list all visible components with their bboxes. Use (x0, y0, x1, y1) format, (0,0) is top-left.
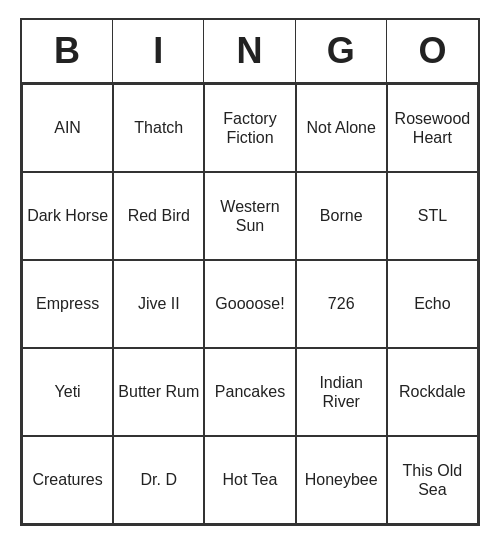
cell-text: Dr. D (141, 470, 177, 489)
bingo-header: BINGO (22, 20, 478, 84)
header-letter: N (204, 20, 295, 82)
bingo-cell: Rockdale (387, 348, 478, 436)
bingo-cell: This Old Sea (387, 436, 478, 524)
cell-text: Echo (414, 294, 450, 313)
cell-text: Factory Fiction (209, 109, 290, 147)
cell-text: Goooose! (215, 294, 284, 313)
bingo-cell: Dr. D (113, 436, 204, 524)
cell-text: Thatch (134, 118, 183, 137)
cell-text: Rockdale (399, 382, 466, 401)
bingo-cell: Butter Rum (113, 348, 204, 436)
header-letter: I (113, 20, 204, 82)
bingo-cell: Thatch (113, 84, 204, 172)
bingo-cell: Borne (296, 172, 387, 260)
cell-text: Not Alone (307, 118, 376, 137)
bingo-cell: Dark Horse (22, 172, 113, 260)
cell-text: Yeti (55, 382, 81, 401)
cell-text: Honeybee (305, 470, 378, 489)
header-letter: B (22, 20, 113, 82)
cell-text: Borne (320, 206, 363, 225)
cell-text: STL (418, 206, 447, 225)
bingo-cell: Indian River (296, 348, 387, 436)
bingo-cell: Western Sun (204, 172, 295, 260)
bingo-card: BINGO AINThatchFactory FictionNot AloneR… (20, 18, 480, 526)
cell-text: Jive II (138, 294, 180, 313)
bingo-cell: Honeybee (296, 436, 387, 524)
bingo-cell: Not Alone (296, 84, 387, 172)
header-letter: O (387, 20, 478, 82)
cell-text: Pancakes (215, 382, 285, 401)
header-letter: G (296, 20, 387, 82)
bingo-cell: Goooose! (204, 260, 295, 348)
bingo-grid: AINThatchFactory FictionNot AloneRosewoo… (22, 84, 478, 524)
cell-text: Hot Tea (223, 470, 278, 489)
cell-text: Rosewood Heart (392, 109, 473, 147)
cell-text: Butter Rum (118, 382, 199, 401)
bingo-cell: Factory Fiction (204, 84, 295, 172)
bingo-cell: Pancakes (204, 348, 295, 436)
bingo-cell: Red Bird (113, 172, 204, 260)
bingo-cell: AIN (22, 84, 113, 172)
cell-text: Indian River (301, 373, 382, 411)
bingo-cell: Empress (22, 260, 113, 348)
cell-text: Dark Horse (27, 206, 108, 225)
bingo-cell: STL (387, 172, 478, 260)
cell-text: Creatures (32, 470, 102, 489)
bingo-cell: Hot Tea (204, 436, 295, 524)
bingo-cell: Rosewood Heart (387, 84, 478, 172)
cell-text: AIN (54, 118, 81, 137)
cell-text: Empress (36, 294, 99, 313)
bingo-cell: Creatures (22, 436, 113, 524)
cell-text: Red Bird (128, 206, 190, 225)
cell-text: 726 (328, 294, 355, 313)
cell-text: This Old Sea (392, 461, 473, 499)
bingo-cell: Jive II (113, 260, 204, 348)
bingo-cell: Echo (387, 260, 478, 348)
bingo-cell: 726 (296, 260, 387, 348)
bingo-cell: Yeti (22, 348, 113, 436)
cell-text: Western Sun (209, 197, 290, 235)
